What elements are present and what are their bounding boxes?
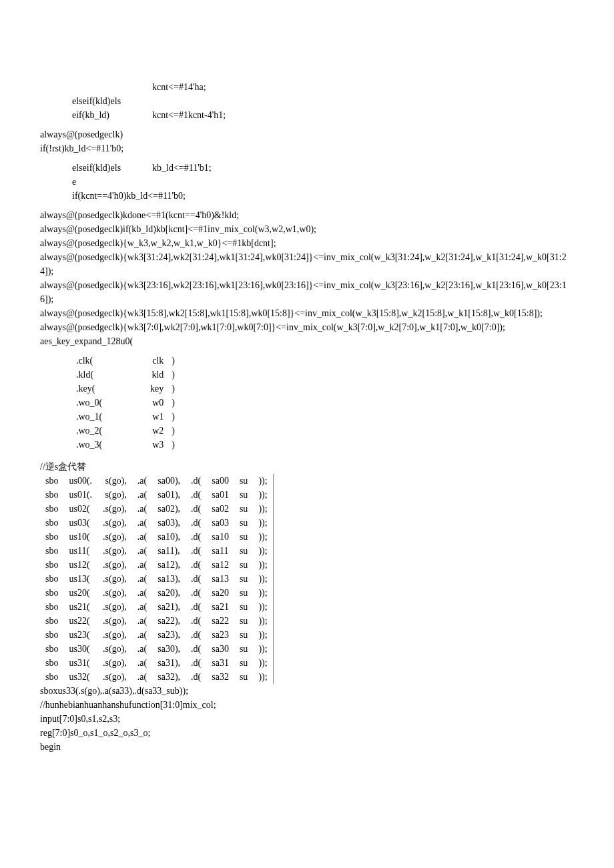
table-row: sbous32(.s(go),.a(sa32),.d(sa32su)); [40, 670, 273, 684]
code-line: kcnt<=#14'ha; [152, 82, 206, 92]
table-row: .clk(clk) [72, 354, 179, 368]
code-line: aes_key_expand_128u0( [40, 334, 574, 348]
sbox-block: //逆s盒代替 sbous00(.s(go),.a(sa00),.d(sa00s… [40, 460, 574, 754]
table-row: .wo_3(w3) [72, 438, 179, 452]
code-line: input[7:0]s0,s1,s2,s3; [40, 712, 574, 726]
code-line: reg[7:0]s0_o,s1_o,s2_o,s3_o; [40, 726, 574, 740]
code-line: kcnt<=#1kcnt-4'h1; [152, 110, 226, 120]
code-line: if(!rst)kb_ld<=#11'b0; [40, 141, 574, 155]
code-line: always@(posedgeclk)kdone<=#1(kcnt==4'h0)… [40, 208, 574, 222]
table-row: .wo_2(w2) [72, 424, 179, 438]
code-line: always@(posedgeclk){wk3[23:16],wk2[23:16… [40, 278, 574, 306]
table-row: .wo_1(w1) [72, 410, 179, 424]
table-row: sbous23(.s(go),.a(sa23),.d(sa23su)); [40, 628, 273, 642]
table-row: sbous11(.s(go),.a(sa11),.d(sa11su)); [40, 544, 273, 558]
code-line: always@(posedgeclk){w_k3,w_k2,w_k1,w_k0}… [40, 236, 574, 250]
code-line: always@(posedgeclk)if(kb_ld)kb[kcnt]<=#1… [40, 222, 574, 236]
code-line: always@(posedgeclk){wk3[15:8],wk2[15:8],… [40, 306, 574, 320]
table-row: .wo_0(w0) [72, 396, 179, 410]
code-line: elseif(kld)els [72, 96, 121, 106]
code-line: always@(posedgeclk){wk3[31:24],wk2[31:24… [40, 250, 574, 278]
code-block-kcnt: kcnt<=#14'ha; elseif(kld)els eif(kb_ld) … [40, 80, 574, 122]
table-row: .key(key) [72, 382, 179, 396]
code-line: begin [40, 740, 574, 754]
code-line: if(kcnt==4'h0)kb_ld<=#11'b0; [72, 189, 574, 203]
sbox-table: sbous00(.s(go),.a(sa00),.d(sa00su));sbou… [40, 474, 274, 684]
comment-line: //逆s盒代替 [40, 460, 574, 474]
table-row: sbous02(.s(go),.a(sa02),.d(sa02su)); [40, 502, 273, 516]
table-row: sbous01(.s(go),.a(sa01),.d(sa01su)); [40, 488, 273, 502]
table-row: sbous03(.s(go),.a(sa03),.d(sa03su)); [40, 516, 273, 530]
code-block-always: always@(posedgeclk) if(!rst)kb_ld<=#11'b… [40, 127, 574, 155]
code-line: kb_ld<=#11'b1; [152, 163, 212, 173]
key-expand-table: .clk(clk).kld(kld).key(key).wo_0(w0).wo_… [72, 354, 179, 452]
table-row: sbous00(.s(go),.a(sa00),.d(sa00su)); [40, 474, 273, 488]
table-row: sbous21(.s(go),.a(sa21),.d(sa21su)); [40, 600, 273, 614]
table-row: sbous13(.s(go),.a(sa13),.d(sa13su)); [40, 572, 273, 586]
code-block-elseif: elseif(kld)els e kb_ld<=#11'b1; if(kcnt=… [40, 161, 574, 203]
code-line: //hunhebianhuanhanshufunction[31:0]mix_c… [40, 698, 574, 712]
code-line: elseif(kld)els e [72, 163, 121, 187]
code-block-main: always@(posedgeclk)kdone<=#1(kcnt==4'h0)… [40, 208, 574, 348]
table-row: sbous22(.s(go),.a(sa22),.d(sa22su)); [40, 614, 273, 628]
table-row: sbous10(.s(go),.a(sa10),.d(sa10su)); [40, 530, 273, 544]
table-row: sbous31(.s(go),.a(sa31),.d(sa31su)); [40, 656, 273, 670]
table-row: sbous20(.s(go),.a(sa20),.d(sa20su)); [40, 586, 273, 600]
table-row: .kld(kld) [72, 368, 179, 382]
table-row: sbous30(.s(go),.a(sa30),.d(sa30su)); [40, 642, 273, 656]
code-line: always@(posedgeclk){wk3[7:0],wk2[7:0],wk… [40, 320, 574, 334]
code-line: always@(posedgeclk) [40, 127, 574, 141]
code-line: sboxus33(.s(go),.a(sa33),.d(sa33_sub)); [40, 684, 574, 698]
code-line: eif(kb_ld) [72, 110, 109, 120]
table-row: sbous12(.s(go),.a(sa12),.d(sa12su)); [40, 558, 273, 572]
